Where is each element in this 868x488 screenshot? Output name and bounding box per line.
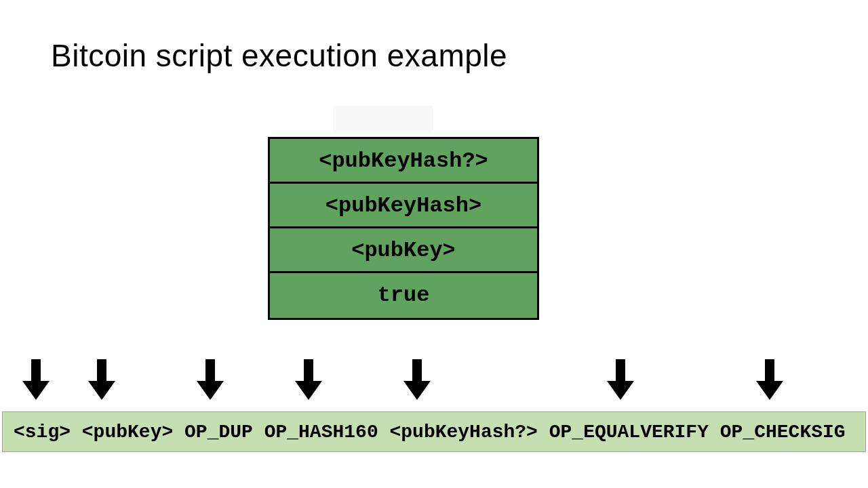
svg-marker-2 bbox=[197, 359, 224, 400]
arrow-down-icon bbox=[295, 359, 322, 400]
arrow-down-icon bbox=[403, 359, 431, 400]
arrow-down-icon bbox=[607, 359, 634, 400]
script-strip: <sig> <pubKey> OP_DUP OP_HASH160 <pubKey… bbox=[2, 411, 866, 452]
svg-marker-0 bbox=[22, 359, 50, 400]
svg-marker-3 bbox=[295, 359, 322, 400]
slide-title: Bitcoin script execution example bbox=[51, 37, 507, 74]
svg-marker-1 bbox=[88, 359, 115, 400]
script-text: <sig> <pubKey> OP_DUP OP_HASH160 <pubKey… bbox=[3, 422, 846, 443]
arrow-down-icon bbox=[197, 359, 224, 400]
script-stack: <pubKeyHash?> <pubKeyHash> <pubKey> true bbox=[268, 137, 539, 320]
arrow-down-icon bbox=[756, 359, 783, 400]
svg-marker-5 bbox=[607, 359, 634, 400]
svg-marker-4 bbox=[403, 359, 431, 400]
stack-cell: true bbox=[270, 273, 537, 318]
small-background-rect bbox=[333, 106, 433, 133]
arrow-down-icon bbox=[88, 359, 115, 400]
arrow-down-icon bbox=[22, 359, 50, 400]
stack-cell: <pubKeyHash?> bbox=[270, 139, 537, 184]
stack-cell: <pubKey> bbox=[270, 228, 537, 273]
svg-marker-6 bbox=[756, 359, 783, 400]
stack-cell: <pubKeyHash> bbox=[270, 184, 537, 228]
